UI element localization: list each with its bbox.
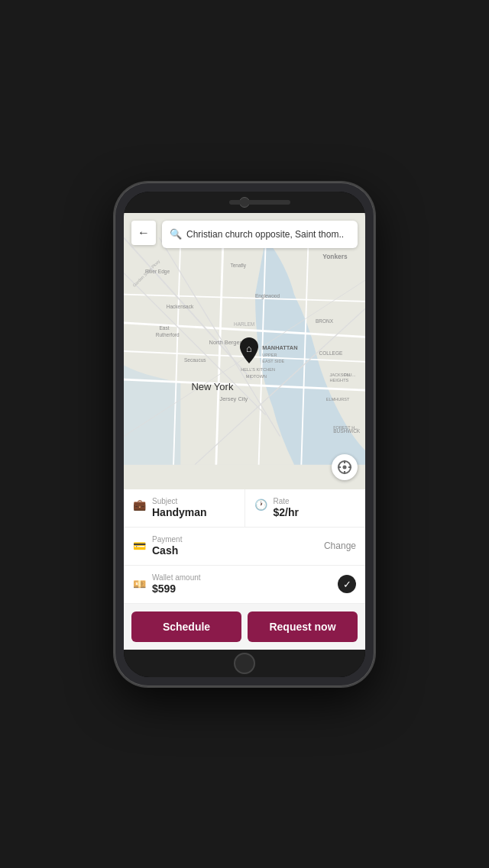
wallet-row: 💴 Wallet amount $599 ✓ bbox=[124, 566, 365, 604]
payment-row: 💳 Payment Cash Change bbox=[124, 528, 365, 566]
map-city-label: New York bbox=[191, 381, 233, 392]
change-button[interactable]: Change bbox=[324, 540, 356, 551]
search-bar[interactable]: 🔍 Christian church opposite, Saint thom.… bbox=[162, 221, 358, 248]
svg-text:Secaucus: Secaucus bbox=[184, 357, 206, 362]
map-marker: ⌂ bbox=[235, 336, 263, 366]
svg-text:Englewood: Englewood bbox=[255, 293, 280, 299]
payment-icon: 💳 bbox=[133, 540, 146, 552]
search-text: Christian church opposite, Saint thom.. bbox=[186, 229, 344, 240]
svg-text:Hackensack: Hackensack bbox=[167, 304, 194, 309]
status-bar bbox=[124, 192, 365, 213]
svg-text:Tenafly: Tenafly bbox=[230, 263, 246, 269]
wallet-icon: 💴 bbox=[133, 578, 146, 590]
svg-text:HARLEM: HARLEM bbox=[234, 321, 254, 327]
schedule-button[interactable]: Schedule bbox=[131, 611, 241, 642]
action-buttons: Schedule Request now bbox=[124, 604, 365, 650]
svg-text:MIDTOWN: MIDTOWN bbox=[246, 374, 267, 379]
subject-cell: 💼 Subject Handyman bbox=[124, 489, 245, 527]
payment-value: Cash bbox=[152, 544, 178, 557]
rate-value: $2/hr bbox=[274, 506, 299, 518]
home-button-area bbox=[124, 650, 365, 677]
svg-text:Jersey City: Jersey City bbox=[219, 395, 248, 402]
location-icon bbox=[337, 460, 352, 475]
phone-frame: River Edge Tenafly Yonkers Hackensack En… bbox=[115, 182, 374, 686]
svg-text:UPPER: UPPER bbox=[262, 353, 277, 357]
home-button[interactable] bbox=[234, 653, 255, 674]
map-area: River Edge Tenafly Yonkers Hackensack En… bbox=[124, 213, 365, 489]
briefcase-icon: 💼 bbox=[133, 499, 146, 511]
svg-text:EAST SIDE: EAST SIDE bbox=[262, 358, 284, 363]
subject-label: Subject bbox=[152, 497, 207, 505]
svg-point-41 bbox=[343, 465, 347, 469]
bottom-panel: 💼 Subject Handyman 🕐 Rate $2/hr bbox=[124, 489, 365, 650]
clock-icon: 🕐 bbox=[254, 499, 267, 511]
svg-text:⌂: ⌂ bbox=[246, 343, 252, 354]
rate-content: Rate $2/hr bbox=[274, 497, 299, 519]
request-now-button[interactable]: Request now bbox=[248, 611, 358, 642]
wallet-value: $599 bbox=[152, 582, 176, 595]
svg-text:HELL'S KITCHEN: HELL'S KITCHEN bbox=[241, 367, 275, 372]
svg-text:MANHATTAN: MANHATTAN bbox=[262, 344, 297, 351]
speaker-bar bbox=[229, 200, 290, 205]
wallet-label: Wallet amount bbox=[152, 573, 332, 582]
info-row: 💼 Subject Handyman 🕐 Rate $2/hr bbox=[124, 489, 365, 528]
svg-text:HEIGHTS: HEIGHTS bbox=[330, 377, 349, 382]
svg-text:Yonkers: Yonkers bbox=[322, 253, 348, 260]
rate-label: Rate bbox=[274, 497, 299, 505]
svg-text:BRONX: BRONX bbox=[316, 318, 334, 323]
svg-text:East: East bbox=[159, 325, 169, 331]
phone-screen: River Edge Tenafly Yonkers Hackensack En… bbox=[124, 192, 365, 677]
subject-value: Handyman bbox=[152, 506, 207, 518]
wallet-content: Wallet amount $599 bbox=[152, 573, 332, 595]
payment-content: Payment Cash bbox=[152, 535, 318, 557]
screen-content: River Edge Tenafly Yonkers Hackensack En… bbox=[124, 213, 365, 650]
back-button[interactable]: ← bbox=[131, 221, 156, 245]
location-button[interactable] bbox=[332, 454, 358, 480]
subject-content: Subject Handyman bbox=[152, 497, 207, 519]
payment-label: Payment bbox=[152, 535, 318, 544]
svg-text:FLU...: FLU... bbox=[344, 372, 356, 376]
check-icon: ✓ bbox=[338, 575, 356, 593]
svg-text:Rutherford: Rutherford bbox=[156, 332, 180, 337]
svg-text:FOREST H...: FOREST H... bbox=[333, 425, 358, 430]
svg-text:COLLEGE: COLLEGE bbox=[319, 350, 343, 355]
rate-cell: 🕐 Rate $2/hr bbox=[245, 489, 366, 527]
svg-text:ELMHURST: ELMHURST bbox=[326, 397, 350, 402]
back-arrow-icon: ← bbox=[138, 227, 150, 239]
search-icon: 🔍 bbox=[170, 228, 182, 240]
